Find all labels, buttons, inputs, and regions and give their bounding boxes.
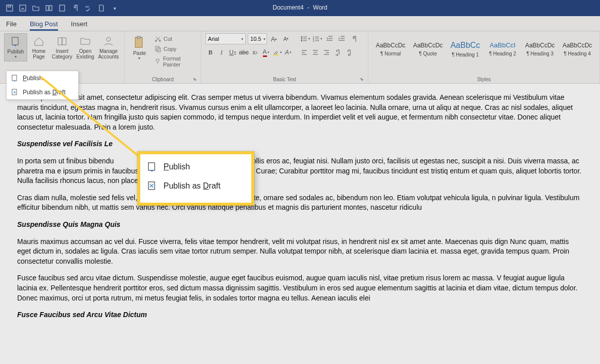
insert-category-button[interactable]: Insert Category: [50, 33, 74, 62]
shrink-font-icon[interactable]: A▾: [281, 34, 291, 44]
new-blog-icon[interactable]: [42, 2, 56, 15]
style---heading-1[interactable]: AaBbCc¶ Heading 1: [447, 33, 483, 65]
svg-rect-9: [62, 38, 66, 45]
group-clipboard: Paste ▾ Cut Copy Format Painter Clipboar…: [125, 31, 201, 83]
svg-rect-5: [60, 5, 65, 11]
cut-button[interactable]: Cut: [154, 35, 197, 42]
rtl-icon[interactable]: [344, 47, 354, 57]
svg-rect-4: [49, 6, 52, 11]
publish-menu-item[interactable]: Publish: [7, 71, 78, 85]
subscript-icon[interactable]: x2: [250, 47, 260, 57]
highlight-icon[interactable]: ▾: [272, 47, 282, 57]
bullets-icon[interactable]: ▾: [300, 34, 310, 44]
svg-point-21: [301, 40, 302, 41]
align-left-icon[interactable]: [299, 47, 309, 57]
publish-as-draft-menu-item-zoom[interactable]: Publish as Draft: [142, 176, 249, 196]
paragraph: Fusce faucibus sed arcu vitae dictum. Su…: [17, 273, 583, 303]
svg-point-10: [106, 37, 111, 41]
font-name-select[interactable]: Arial▾: [205, 33, 246, 44]
publish-label-rest: ublish: [27, 75, 42, 82]
spellcheck-icon[interactable]: abc: [82, 2, 95, 15]
svg-rect-35: [274, 54, 279, 55]
ltr-icon[interactable]: [333, 47, 343, 57]
group-label-basic-text: Basic Text: [273, 77, 296, 82]
blank-icon[interactable]: [56, 2, 69, 15]
home-page-button[interactable]: Home Page: [27, 33, 50, 62]
font-color-icon[interactable]: A▾: [261, 47, 271, 57]
ribbon-tabs: File Blog Post Insert: [0, 16, 600, 31]
publish-button[interactable]: Publish ▾: [4, 33, 27, 62]
paragraph: Cras diam nulla, molestie sed felis vel,…: [17, 193, 583, 213]
group-label-clipboard: Clipboard: [152, 77, 174, 82]
manage-accounts-button[interactable]: Manage Accounts: [97, 33, 120, 62]
tab-blog-post[interactable]: Blog Post: [30, 17, 58, 31]
publish-menu-item-zoom[interactable]: Publish: [142, 157, 249, 176]
open-icon[interactable]: [29, 2, 42, 15]
style---normal[interactable]: AaBbCcDc¶ Normal: [372, 33, 409, 65]
heading: Suspendisse vel Facilisis Le: [17, 139, 583, 149]
group-basic-text: Arial▾ 10.5▾ A▴ A▾ ▾ 123▾ B I U▾ abc x2 …: [201, 31, 368, 83]
strikethrough-icon[interactable]: abc: [239, 47, 249, 57]
svg-rect-7: [12, 37, 18, 45]
paragraph: Lorem ipsum dolor sit amet, consectetur …: [17, 93, 583, 132]
tab-file[interactable]: File: [6, 17, 17, 31]
svg-rect-45: [12, 75, 17, 81]
qat-customize-icon[interactable]: ▾: [108, 2, 121, 15]
publish-as-draft-menu-item[interactable]: Publish as Draft: [7, 85, 78, 99]
numbering-icon[interactable]: 123▾: [312, 34, 322, 44]
save-icon[interactable]: [3, 2, 16, 15]
align-right-icon[interactable]: [321, 47, 332, 57]
svg-rect-0: [7, 5, 13, 11]
group-styles: AaBbCcDc¶ NormalAaBbCcDc¶ QuoteAaBbCc¶ H…: [368, 31, 600, 83]
svg-rect-1: [8, 5, 11, 7]
clear-formatting-icon[interactable]: A▾: [283, 47, 293, 57]
style---heading-2[interactable]: AaBbCcI¶ Heading 2: [484, 33, 521, 65]
format-painter-button[interactable]: Format Painter: [154, 55, 197, 68]
increase-indent-icon[interactable]: [337, 34, 347, 44]
underline-icon[interactable]: U▾: [228, 47, 238, 57]
style---quote[interactable]: AaBbCcDc¶ Quote: [410, 33, 446, 65]
svg-text:abc: abc: [85, 5, 90, 8]
svg-rect-11: [135, 37, 142, 47]
svg-rect-47: [148, 163, 154, 170]
heading: Fusce Faucibus sed Arcu Vitae Dictum: [17, 310, 583, 320]
decrease-indent-icon[interactable]: [324, 34, 335, 44]
paste-button[interactable]: Paste ▾: [129, 33, 150, 63]
clipboard-launcher-icon[interactable]: ⬊: [193, 77, 197, 82]
italic-icon[interactable]: I: [216, 47, 227, 57]
svg-text:3: 3: [313, 40, 314, 42]
style---heading-3[interactable]: AaBbCcDc¶ Heading 3: [522, 33, 558, 65]
svg-rect-3: [46, 6, 48, 11]
document-body[interactable]: Lorem ipsum dolor sit amet, consectetur …: [0, 84, 600, 336]
copy-button[interactable]: Copy: [154, 45, 197, 52]
tab-insert[interactable]: Insert: [71, 17, 88, 31]
grow-font-icon[interactable]: A▴: [269, 34, 279, 44]
font-size-select[interactable]: 10.5▾: [248, 33, 267, 44]
svg-point-17: [301, 36, 302, 37]
new-doc-icon[interactable]: [95, 2, 108, 15]
heading: Suspendisse Quis Magna Quis: [17, 220, 583, 230]
paragraph: Mauris maximus accumsan ac vel dui. Fusc…: [17, 237, 583, 267]
paragraph-mark-icon[interactable]: [69, 2, 82, 15]
basictext-launcher-icon[interactable]: ⬊: [360, 77, 364, 82]
paragraph: In porta sem ut finibus bibenduas, molli…: [17, 156, 583, 186]
paragraph-mark-toggle-icon[interactable]: [349, 34, 359, 44]
svg-rect-12: [137, 36, 140, 38]
open-existing-button[interactable]: Open Existing: [74, 33, 97, 62]
window-title: Document4 - Word: [271, 4, 329, 11]
bold-icon[interactable]: B: [205, 47, 215, 57]
align-center-icon[interactable]: [310, 47, 320, 57]
quick-access-toolbar: abc ▾ Document4 - Word: [0, 0, 600, 16]
svg-point-19: [301, 38, 302, 39]
style---heading-4[interactable]: AaBbCcDc¶ Heading 4: [559, 33, 595, 65]
save-send-icon[interactable]: [16, 2, 29, 15]
svg-rect-8: [58, 38, 62, 45]
publish-dropdown-zoom: Publish Publish as Draft: [137, 151, 254, 206]
ribbon: Publish ▾ Home Page Insert Category Open…: [0, 31, 600, 84]
publish-dropdown: Publish Publish as Draft: [6, 71, 79, 100]
group-label-styles: Styles: [477, 77, 490, 82]
